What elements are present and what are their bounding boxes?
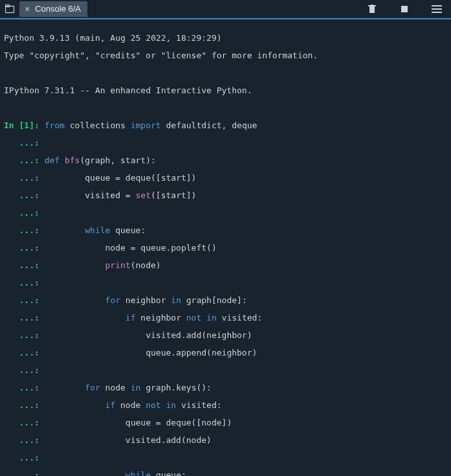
python-version: Python 3.9.13 (main, Aug 25 2022, 18:29:… (4, 34, 447, 43)
svg-rect-4 (371, 5, 373, 5)
code-line: ...: (4, 139, 447, 148)
code-line: ...: visited = set([start]) (4, 191, 447, 200)
code-line: ...: for neighbor in graph[node]: (4, 296, 447, 305)
console-output[interactable]: Python 3.9.13 (main, Aug 25 2022, 18:29:… (0, 19, 451, 476)
ipython-version: IPython 7.31.1 -- An enhanced Interactiv… (4, 86, 447, 95)
menu-icon[interactable] (430, 3, 443, 16)
tab-console[interactable]: × Console 6/A (19, 1, 87, 17)
titlebar: × Console 6/A (0, 0, 451, 18)
code-line: ...: while queue: (4, 226, 447, 235)
code-line: ...: if node not in visited: (4, 401, 447, 410)
svg-rect-8 (432, 12, 442, 13)
svg-rect-6 (432, 5, 442, 6)
code-line: In [1]: from collections import defaultd… (4, 121, 447, 130)
code-line: ...: visited.add(neighbor) (4, 331, 447, 340)
code-line: ...: for node in graph.keys(): (4, 383, 447, 392)
code-line: ...: (4, 278, 447, 288)
close-icon[interactable]: × (25, 5, 30, 14)
tab-label: Console 6/A (35, 5, 81, 13)
code-line: ...: print(node) (4, 261, 447, 270)
code-line: ...: queue.append(neighbor) (4, 348, 447, 357)
svg-rect-2 (369, 6, 375, 13)
code-line: ...: (4, 453, 447, 462)
code-line: ...: node = queue.popleft() (4, 244, 447, 253)
copyright-line: Type "copyright", "credits" or "license"… (4, 51, 447, 60)
code-line: ...: visited.add(node) (4, 436, 447, 445)
svg-rect-5 (401, 6, 408, 12)
svg-rect-3 (368, 5, 376, 6)
code-line: ...: (4, 366, 447, 375)
files-icon[interactable] (4, 3, 17, 16)
stop-icon[interactable] (398, 3, 411, 16)
trash-icon[interactable] (366, 3, 379, 16)
code-line: ...: def bfs(graph, start): (4, 156, 447, 165)
code-line: ...: queue = deque([start]) (4, 174, 447, 183)
svg-rect-7 (432, 8, 442, 10)
code-line: ...: queue = deque([node]) (4, 418, 447, 427)
code-line: ...: if neighbor not in visited: (4, 313, 447, 323)
code-line: ...: (4, 209, 447, 218)
code-line: ...: while queue: (4, 471, 447, 477)
